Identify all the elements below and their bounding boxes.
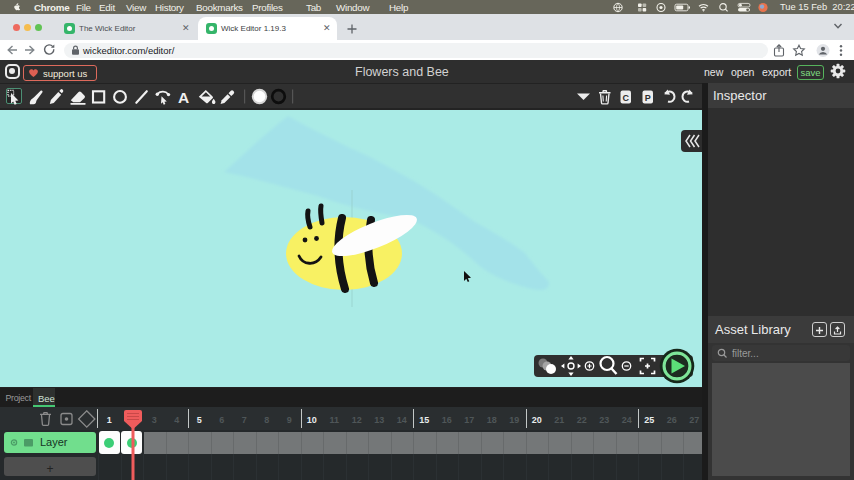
svg-text:A: A <box>178 89 189 106</box>
svg-text:P: P <box>645 93 651 103</box>
svg-text:C: C <box>623 93 630 103</box>
